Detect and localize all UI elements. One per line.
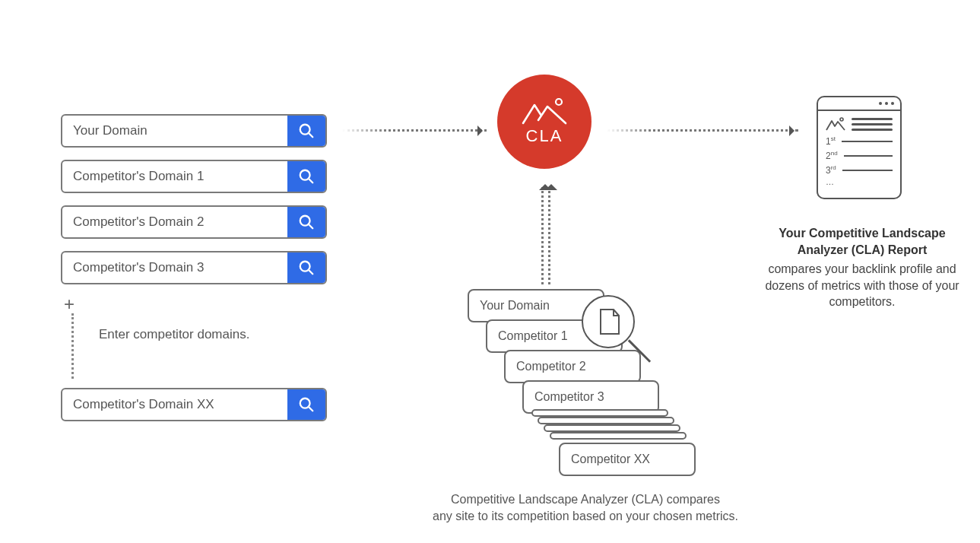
arrow-inputs-to-cla — [342, 129, 487, 132]
svg-point-11 — [840, 118, 843, 121]
cla-label: CLA — [526, 126, 563, 146]
search-label: Competitor's Domain 2 — [62, 207, 287, 237]
add-more-gap: + Enter competitor domains. — [61, 297, 327, 388]
search-row-competitor-3[interactable]: Competitor's Domain 3 — [61, 251, 327, 284]
search-icon[interactable] — [287, 252, 325, 283]
stack-filler — [550, 432, 687, 440]
mini-mountain-icon — [826, 117, 845, 131]
report-icon: 1st 2nd 3rd … — [817, 96, 902, 199]
search-row-competitor-1[interactable]: Competitor's Domain 1 — [61, 160, 327, 193]
rank-row-1: 1st — [818, 134, 900, 148]
arrow-stack-to-cla — [541, 187, 550, 284]
domain-input-column: Your Domain Competitor's Domain 1 Compet… — [61, 114, 327, 433]
svg-line-9 — [309, 407, 313, 411]
rank-ellipsis: … — [818, 177, 900, 186]
svg-point-10 — [556, 99, 562, 105]
stack-caption: Competitive Landscape Analyzer (CLA) com… — [426, 491, 745, 524]
arrow-cla-to-report — [607, 129, 798, 132]
magnifier-overlay-icon — [582, 295, 635, 348]
mountain-icon — [522, 97, 567, 125]
search-icon[interactable] — [287, 207, 325, 237]
vertical-dotted-line — [71, 313, 74, 379]
search-icon[interactable] — [287, 161, 325, 192]
report-window-controls — [818, 97, 900, 111]
domain-card-stack: Your Domain Competitor 1 Competitor 2 Co… — [468, 289, 658, 487]
search-icon[interactable] — [287, 116, 325, 146]
stack-filler — [538, 417, 674, 424]
stack-filler — [531, 409, 668, 417]
stack-card-competitor-xx: Competitor XX — [559, 443, 696, 476]
search-label: Competitor's Domain 3 — [62, 252, 287, 283]
cla-badge: CLA — [497, 75, 591, 169]
rank-row-3: 3rd — [818, 163, 900, 177]
search-icon[interactable] — [287, 389, 325, 420]
svg-line-3 — [309, 179, 313, 183]
svg-line-7 — [309, 270, 313, 275]
enter-competitor-hint: Enter competitor domains. — [99, 327, 249, 342]
search-row-your-domain[interactable]: Your Domain — [61, 114, 327, 148]
search-label: Competitor's Domain 1 — [62, 161, 287, 192]
plus-icon[interactable]: + — [64, 294, 75, 315]
search-row-competitor-xx[interactable]: Competitor's Domain XX — [61, 388, 327, 421]
stack-card-competitor-2: Competitor 2 — [504, 350, 641, 383]
report-caption: Your Competitive Landscape Analyzer (CLA… — [763, 225, 961, 310]
search-label: Your Domain — [62, 116, 287, 146]
svg-line-5 — [309, 224, 313, 229]
rank-row-2: 2nd — [818, 148, 900, 163]
stack-filler — [544, 424, 680, 432]
svg-line-1 — [309, 133, 313, 138]
search-row-competitor-2[interactable]: Competitor's Domain 2 — [61, 205, 327, 239]
search-label: Competitor's Domain XX — [62, 389, 287, 420]
